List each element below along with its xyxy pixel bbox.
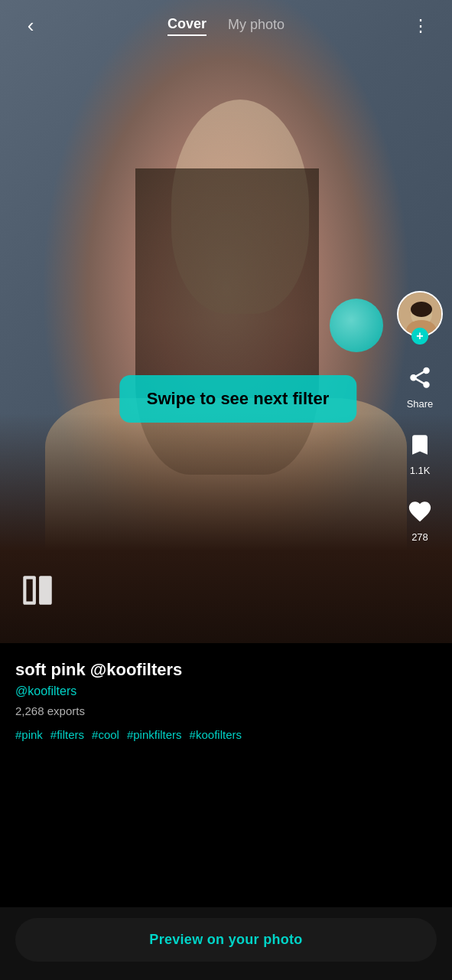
svg-point-2: [411, 302, 432, 317]
filter-title: soft pink @koofilters: [15, 660, 437, 680]
hashtag-pink[interactable]: #pink: [15, 728, 43, 741]
seat-background: [0, 413, 452, 643]
top-nav: ‹ Cover My photo ⋮: [0, 0, 452, 45]
share-group[interactable]: Share: [403, 361, 437, 410]
author-handle[interactable]: @koofilters: [15, 684, 437, 698]
share-label: Share: [407, 398, 434, 410]
video-container: Swipe to see next filter +: [0, 0, 452, 643]
bookmark-icon[interactable]: [403, 428, 437, 462]
right-sidebar: + Share 1.1K: [397, 291, 443, 543]
bookmark-count: 1.1K: [410, 465, 431, 476]
preview-button-wrap: Preview on your photo: [0, 907, 452, 980]
tab-cover[interactable]: Cover: [167, 16, 206, 36]
follow-button[interactable]: +: [411, 328, 428, 345]
exports-count: 2,268 exports: [15, 704, 437, 717]
like-group[interactable]: 278: [403, 495, 437, 543]
hashtag-koofilters[interactable]: #koofilters: [190, 728, 242, 741]
preview-button[interactable]: Preview on your photo: [15, 918, 437, 962]
bottom-spacer: [0, 764, 452, 841]
share-icon[interactable]: [403, 361, 437, 395]
info-section: soft pink @koofilters @koofilters 2,268 …: [0, 643, 452, 764]
avatar-wrap: +: [397, 291, 443, 337]
heart-icon[interactable]: [403, 495, 437, 528]
hashtag-cool[interactable]: #cool: [92, 728, 119, 741]
swipe-tooltip: Swipe to see next filter: [119, 375, 356, 423]
hashtag-pinkfilters[interactable]: #pinkfilters: [127, 728, 182, 741]
compare-button[interactable]: [18, 571, 57, 612]
hashtags-list: #pink #filters #cool #pinkfilters #koofi…: [15, 728, 437, 741]
like-count: 278: [411, 531, 428, 543]
nav-tabs: Cover My photo: [167, 16, 285, 36]
more-button[interactable]: ⋮: [406, 16, 437, 36]
tab-my-photo[interactable]: My photo: [228, 17, 285, 35]
back-button[interactable]: ‹: [15, 14, 46, 38]
hashtag-filters[interactable]: #filters: [50, 728, 84, 741]
bookmark-group[interactable]: 1.1K: [403, 428, 437, 476]
filter-circle: [330, 299, 383, 352]
